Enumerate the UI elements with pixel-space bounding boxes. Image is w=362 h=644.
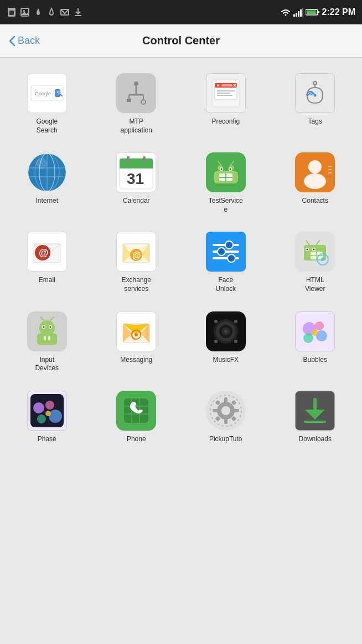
app-item-internet[interactable]: Internet xyxy=(4,146,90,221)
pickuptuto-label: PickupTuto xyxy=(209,435,242,444)
messaging-label: Messaging xyxy=(120,356,152,365)
downloads-label: Downloads xyxy=(299,435,332,444)
svg-point-47 xyxy=(36,158,47,169)
svg-point-19 xyxy=(134,81,138,86)
svg-point-123 xyxy=(234,320,237,323)
svg-point-37 xyxy=(314,94,317,97)
drop-icon xyxy=(33,7,43,17)
svg-line-94 xyxy=(316,241,319,245)
app-item-preconfig[interactable]: Preconfig xyxy=(183,67,268,141)
svg-point-99 xyxy=(321,258,324,261)
app-item-messaging[interactable]: Messaging xyxy=(94,305,179,380)
contacts-label: Contacts xyxy=(302,197,328,206)
svg-rect-14 xyxy=(306,11,316,14)
testservice-icon xyxy=(206,152,246,192)
svg-point-115 xyxy=(135,333,138,336)
app-item-tags[interactable]: Tags xyxy=(273,67,358,141)
svg-rect-70 xyxy=(328,169,332,170)
svg-rect-1 xyxy=(9,11,14,15)
drop2-icon xyxy=(46,7,56,17)
page-title: Control Center xyxy=(142,34,220,47)
status-bar: 2:22 PM xyxy=(0,0,362,24)
app-item-testservice[interactable]: TestServicee xyxy=(183,146,268,221)
app-item-phase[interactable]: Phase xyxy=(4,384,90,451)
app-item-downloads[interactable]: Downloads xyxy=(273,384,358,451)
svg-rect-24 xyxy=(127,99,131,102)
svg-point-131 xyxy=(312,329,318,336)
downloads-icon xyxy=(295,391,335,431)
svg-point-137 xyxy=(45,411,51,416)
svg-rect-148 xyxy=(224,418,227,424)
svg-point-136 xyxy=(37,415,46,423)
svg-point-25 xyxy=(141,100,146,104)
header: Back Control Center xyxy=(0,24,362,58)
svg-point-87 xyxy=(227,254,235,262)
svg-line-106 xyxy=(50,317,54,320)
svg-point-67 xyxy=(304,173,326,189)
input-devices-icon xyxy=(27,311,67,351)
svg-point-130 xyxy=(303,333,313,343)
internet-icon xyxy=(27,152,67,192)
svg-point-125 xyxy=(234,340,237,343)
app-item-html-viewer[interactable]: HTMLViewer xyxy=(273,225,358,300)
svg-rect-109 xyxy=(48,336,50,340)
exchange-services-label: Exchangeservices xyxy=(122,276,151,293)
app-item-pickuptuto[interactable]: PickupTuto xyxy=(183,384,268,451)
svg-rect-69 xyxy=(328,166,332,167)
svg-rect-13 xyxy=(318,11,319,13)
svg-rect-52 xyxy=(143,156,146,163)
app-item-calendar[interactable]: 31 Calendar xyxy=(94,146,179,221)
svg-text:31: 31 xyxy=(127,170,144,187)
svg-point-92 xyxy=(313,249,315,251)
email-label: Email xyxy=(39,276,55,285)
back-chevron-icon xyxy=(9,35,15,47)
svg-point-3 xyxy=(23,10,25,12)
app-item-mtp-application[interactable]: MTPapplication xyxy=(94,67,179,141)
app-item-google-search[interactable]: Google 🔍 GoogleSearch xyxy=(4,67,90,141)
app-item-email[interactable]: @ Email xyxy=(4,225,90,300)
svg-text:@: @ xyxy=(132,251,141,260)
google-search-label: GoogleSearch xyxy=(36,117,58,135)
svg-point-121 xyxy=(224,330,227,333)
sim-icon xyxy=(7,7,17,17)
download-status-icon xyxy=(73,7,83,17)
status-icons-left xyxy=(7,7,83,17)
app-item-musicfx[interactable]: MusicFX xyxy=(183,305,268,380)
back-button[interactable]: Back xyxy=(9,35,40,47)
svg-rect-30 xyxy=(221,84,232,86)
svg-line-93 xyxy=(306,241,309,245)
svg-point-122 xyxy=(214,320,218,323)
app-item-exchange-services[interactable]: @ Exchangeservices xyxy=(94,225,179,300)
calendar-label: Calendar xyxy=(123,197,150,206)
svg-rect-150 xyxy=(234,409,239,412)
app-item-phone[interactable]: Phone xyxy=(94,384,179,451)
app-item-bubbles[interactable]: Bubbles xyxy=(273,305,358,380)
status-icons-right: 2:22 PM xyxy=(280,7,355,17)
internet-label: Internet xyxy=(35,197,58,206)
svg-text:Google: Google xyxy=(35,91,51,96)
tags-icon xyxy=(295,73,335,113)
svg-point-146 xyxy=(221,406,230,415)
svg-point-104 xyxy=(49,326,51,328)
html-viewer-icon xyxy=(295,232,335,272)
svg-line-61 xyxy=(218,161,221,166)
face-unlock-label: FaceUnlock xyxy=(215,276,236,293)
svg-point-83 xyxy=(225,241,233,249)
app-item-input-devices[interactable]: InputDevices xyxy=(4,305,90,380)
svg-rect-147 xyxy=(224,397,227,403)
svg-point-103 xyxy=(43,326,44,328)
svg-point-60 xyxy=(229,168,231,170)
preconfig-label: Preconfig xyxy=(211,117,240,126)
html-viewer-label: HTMLViewer xyxy=(305,276,325,293)
tags-label: Tags xyxy=(308,117,322,126)
app-item-contacts[interactable]: Contacts xyxy=(273,146,358,221)
app-item-face-unlock[interactable]: FaceUnlock xyxy=(183,225,268,300)
svg-line-105 xyxy=(40,317,44,320)
phase-icon xyxy=(27,391,67,431)
svg-rect-149 xyxy=(213,409,218,412)
mail-icon xyxy=(60,7,70,17)
email-icon: @ xyxy=(27,232,67,272)
messaging-icon xyxy=(116,311,156,351)
svg-line-62 xyxy=(230,161,234,166)
exchange-services-icon: @ xyxy=(116,232,156,272)
